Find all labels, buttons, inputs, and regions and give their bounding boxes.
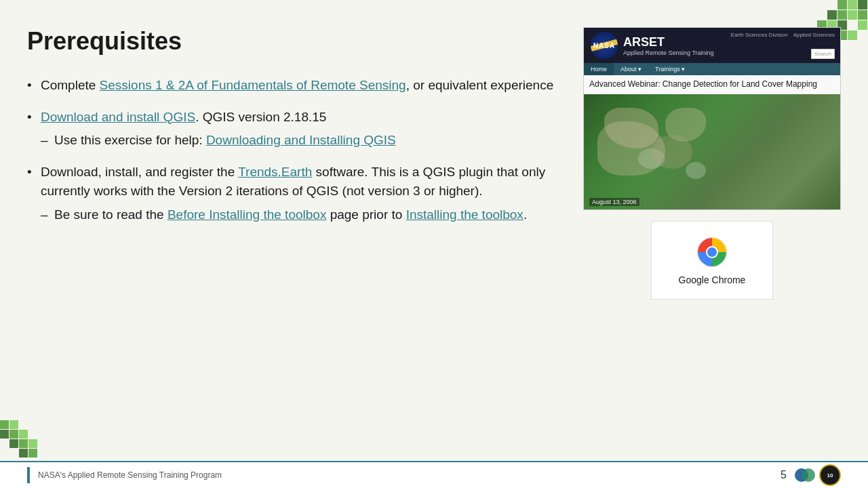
- link-download-qgis[interactable]: Download and install QGIS: [41, 110, 195, 124]
- arset-search-bar: Search: [811, 49, 835, 59]
- bullet-2: Download and install QGIS. QGIS version …: [27, 108, 556, 150]
- chrome-box: Google Chrome: [651, 221, 773, 300]
- footer: NASA's Applied Remote Sensing Training P…: [0, 461, 868, 488]
- arset-title-sub: Applied Remote Sensing Training: [623, 49, 714, 56]
- chrome-label: Google Chrome: [679, 274, 746, 285]
- arset-top-links: Earth Sciences Division Applied Sciences: [731, 32, 835, 38]
- bullet-1: Complete Sessions 1 & 2A of Fundamentals…: [27, 76, 556, 96]
- bullet-1-text-before: Complete: [41, 78, 100, 92]
- sub-item-2-1: Use this exercise for help: Downloading …: [41, 131, 556, 150]
- top-link-earth-sciences: Earth Sciences Division: [731, 32, 788, 38]
- link-sessions[interactable]: Sessions 1 & 2A of Fundamentals of Remot…: [100, 78, 406, 92]
- bullet-1-text-after: , or equivalent experience: [406, 78, 554, 92]
- slide-content: Prerequisites Complete Sessions 1 & 2A o…: [27, 20, 841, 447]
- page-number: 5: [781, 469, 787, 481]
- arset-header: NASA ARSET Applied Remote Sensing Traini…: [584, 28, 840, 63]
- top-link-applied-sciences: Applied Sciences: [793, 32, 835, 38]
- sub-item-3-1: Be sure to read the Before Installing th…: [41, 205, 556, 225]
- arset-title-block: ARSET Applied Remote Sensing Training: [623, 35, 714, 56]
- link-before-installing[interactable]: Before Installing the toolbox: [167, 207, 327, 222]
- nav-trainings[interactable]: Trainings ▾: [648, 63, 692, 75]
- svg-point-2: [707, 247, 717, 257]
- sub-3-1-period: .: [524, 207, 527, 222]
- svg-point-4: [802, 468, 815, 482]
- map-date: August 13, 2006: [589, 198, 639, 206]
- arset-screenshot: NASA ARSET Applied Remote Sensing Traini…: [583, 27, 841, 210]
- footer-accent-bar: [27, 467, 30, 483]
- link-installing-toolbox[interactable]: Installing the toolbox: [406, 207, 524, 222]
- link-trends-earth[interactable]: Trends.Earth: [238, 165, 312, 179]
- arset-map: August 13, 2006: [584, 94, 840, 209]
- footer-logos: 10: [795, 464, 841, 486]
- sub-list-2: Use this exercise for help: Downloading …: [41, 131, 556, 150]
- bullet-3: Download, install, and register the Tren…: [27, 163, 556, 225]
- footer-left: NASA's Applied Remote Sensing Training P…: [27, 467, 222, 483]
- bullet-list: Complete Sessions 1 & 2A of Fundamentals…: [27, 76, 556, 224]
- link-downloading-qgis[interactable]: Downloading and Installing QGIS: [206, 133, 396, 147]
- slide-title: Prerequisites: [27, 27, 556, 56]
- nasa-logo: NASA: [591, 32, 618, 59]
- arset-title-main: ARSET: [623, 35, 714, 49]
- bullet-3-text-before: Download, install, and register the: [41, 165, 238, 179]
- bullet-2-text: . QGIS version 2.18.15: [195, 110, 326, 124]
- arset-caption: Advanced Webinar: Change Detection for L…: [584, 75, 840, 94]
- sub-list-3: Be sure to read the Before Installing th…: [41, 205, 556, 225]
- footer-right: 5 10: [781, 464, 841, 486]
- footer-program-text: NASA's Applied Remote Sensing Training P…: [38, 470, 222, 480]
- nav-home[interactable]: Home: [584, 63, 614, 75]
- right-column: NASA ARSET Applied Remote Sensing Traini…: [583, 20, 841, 447]
- sub-3-1-after: page prior to: [326, 207, 406, 222]
- chrome-icon: [695, 235, 729, 269]
- footer-logo-10year: 10: [819, 464, 841, 486]
- left-column: Prerequisites Complete Sessions 1 & 2A o…: [27, 20, 556, 447]
- sub-2-1-before: Use this exercise for help:: [54, 133, 206, 147]
- sub-3-1-before: Be sure to read the: [54, 207, 167, 222]
- footer-logo-arset: [795, 465, 815, 485]
- arset-nav: Home About ▾ Trainings ▾: [584, 63, 840, 75]
- nav-about[interactable]: About ▾: [614, 63, 648, 75]
